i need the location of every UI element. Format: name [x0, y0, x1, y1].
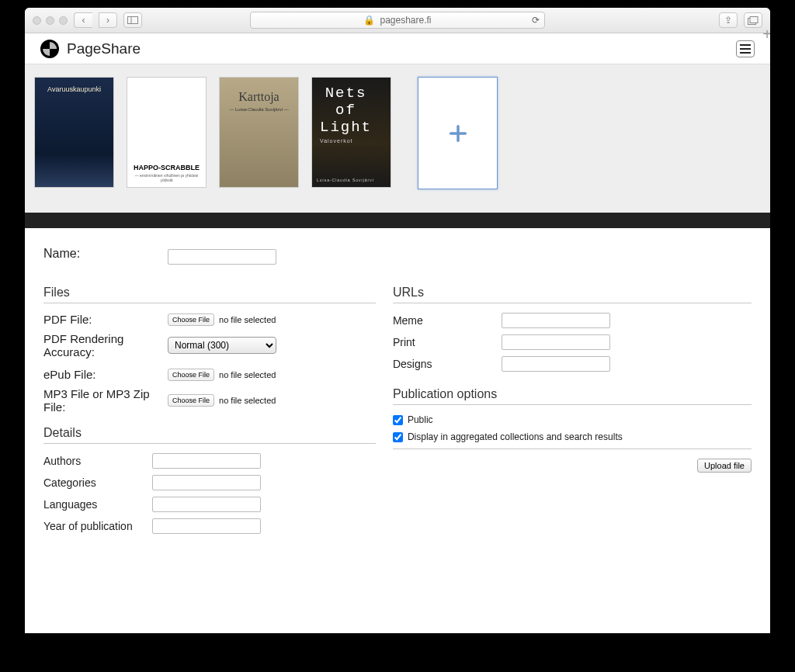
meme-input[interactable] [502, 313, 610, 328]
book-subtitle: Valoverkot [320, 138, 353, 144]
categories-label: Categories [43, 476, 152, 489]
pdf-file-label: PDF File: [43, 313, 168, 326]
book-title: Nets of Light [320, 85, 372, 137]
refresh-icon[interactable]: ⟳ [532, 15, 540, 26]
book-tile[interactable]: Nets of Light Valoverkot Luisa-Claudia S… [311, 77, 391, 188]
choose-mp3-button[interactable]: Choose File [168, 394, 214, 407]
languages-input[interactable] [152, 497, 261, 512]
address-bar[interactable]: 🔒 pageshare.fi ⟳ [250, 12, 545, 29]
book-title: Karttoja [238, 90, 279, 104]
authors-input[interactable] [152, 453, 261, 469]
new-tab-icon[interactable]: + [762, 26, 770, 43]
aggregate-label: Display in aggregated collections and se… [408, 431, 623, 442]
add-book-tile[interactable] [418, 77, 498, 189]
book-tile[interactable]: HAPPO-SCRABBLE — ensimmäinen vihollinen … [127, 77, 207, 188]
browser-toolbar: ‹ › 🔒 pageshare.fi ⟳ ⇪ + [25, 8, 770, 33]
plus-icon [447, 123, 469, 144]
book-tile[interactable]: Karttoja — Luisa-Claudia Sovijärvi — [219, 77, 299, 188]
address-host: pageshare.fi [380, 15, 431, 26]
name-label: Name: [43, 247, 168, 261]
year-label: Year of publication [43, 520, 152, 532]
upload-button[interactable]: Upload file [697, 459, 752, 473]
pdf-accuracy-label: PDF Rendering Accuracy: [43, 332, 168, 359]
choose-epub-button[interactable]: Choose File [168, 369, 214, 381]
designs-label: Designs [393, 358, 502, 370]
brand-title: PageShare [67, 40, 141, 57]
meme-label: Meme [393, 314, 502, 327]
name-input[interactable] [168, 249, 276, 265]
window-controls [33, 16, 68, 25]
urls-section-title: URLs [393, 286, 752, 300]
book-subtitle: — ensimmäinen vihollinen ja yhtiöesi yöt… [130, 173, 203, 182]
print-label: Print [393, 336, 502, 348]
mp3-file-status: no file selected [219, 396, 276, 405]
maximize-window-icon[interactable] [59, 16, 68, 25]
choose-pdf-button[interactable]: Choose File [168, 313, 214, 326]
book-author: Luisa-Claudia Sovijärvi [317, 178, 374, 182]
minimize-window-icon[interactable] [46, 16, 54, 25]
divider-bar [25, 213, 770, 228]
pdf-accuracy-select[interactable]: Normal (300) [168, 337, 276, 354]
files-section-title: Files [43, 286, 376, 300]
brand-logo-icon [40, 40, 59, 58]
tabs-button[interactable] [744, 12, 762, 28]
book-shelf: Avaruuskaupunki HAPPO-SCRABBLE — ensimmä… [25, 64, 770, 213]
pubopts-section-title: Publication options [393, 387, 752, 401]
close-window-icon[interactable] [33, 16, 41, 25]
sidebar-toggle-button[interactable] [123, 12, 142, 28]
languages-label: Languages [43, 498, 152, 511]
categories-input[interactable] [152, 475, 261, 490]
epub-file-status: no file selected [219, 370, 276, 379]
designs-input[interactable] [502, 356, 610, 372]
aggregate-checkbox[interactable] [393, 432, 403, 442]
mp3-file-label: MP3 File or MP3 Zip File: [43, 387, 168, 414]
year-input[interactable] [152, 518, 261, 534]
svg-rect-0 [128, 17, 138, 24]
book-tile[interactable]: Avaruuskaupunki [34, 77, 114, 188]
book-title: Avaruuskaupunki [47, 85, 101, 93]
page-header: PageShare [25, 33, 770, 64]
menu-button[interactable] [736, 40, 755, 57]
epub-file-label: ePub File: [43, 368, 168, 381]
lock-icon: 🔒 [363, 15, 375, 26]
pdf-file-status: no file selected [219, 315, 276, 324]
svg-rect-3 [750, 16, 758, 23]
details-section-title: Details [43, 426, 376, 440]
forward-button[interactable]: › [99, 12, 117, 28]
back-button[interactable]: ‹ [74, 12, 92, 28]
public-label: Public [408, 414, 433, 425]
authors-label: Authors [43, 455, 152, 467]
print-input[interactable] [502, 334, 610, 350]
public-checkbox[interactable] [393, 415, 403, 425]
upload-form: Name: Files PDF File: Choose File no fil… [25, 228, 770, 633]
share-button[interactable]: ⇪ [719, 12, 738, 28]
book-title: HAPPO-SCRABBLE [130, 162, 203, 173]
book-author: — Luisa-Claudia Sovijärvi — [229, 107, 288, 112]
